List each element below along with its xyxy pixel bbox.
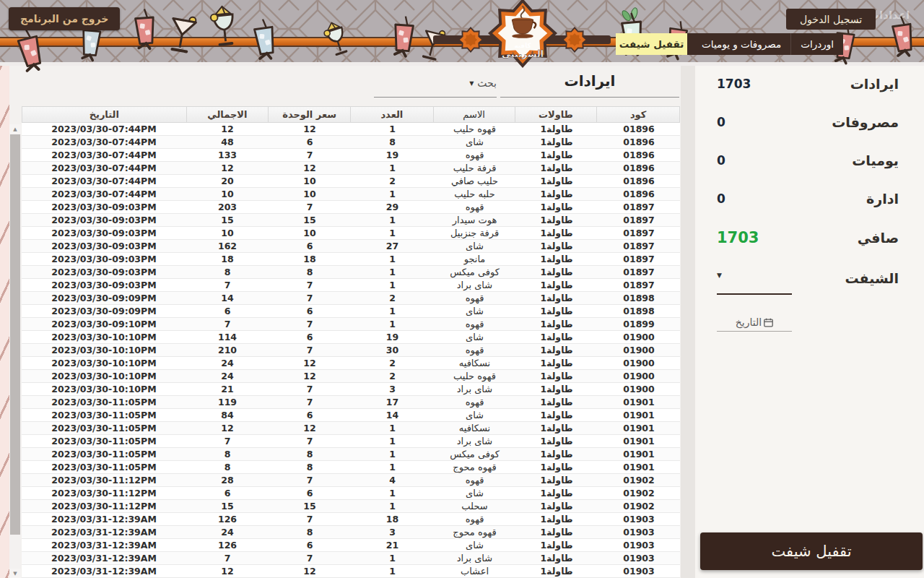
cell-table: طاولة1 xyxy=(515,188,598,200)
scrollbar-thumb[interactable] xyxy=(10,134,20,535)
cell-code: 01898 xyxy=(598,292,680,304)
scroll-up-button[interactable]: ▲ xyxy=(9,124,21,134)
cell-code: 01896 xyxy=(598,149,680,161)
cell-code: 01903 xyxy=(598,552,680,564)
table-row[interactable]: 01896 طاولة1 حلبه حليب 1 10 10 2023/03/3… xyxy=(22,188,680,201)
table-row[interactable]: 01900 طاولة1 شاى براد 3 7 21 2023/03/30-… xyxy=(22,383,680,396)
table-row[interactable]: 01903 طاولة1 اعشاب 1 12 12 2023/03/31-12… xyxy=(22,565,680,578)
drink-glass-icon xyxy=(388,15,419,59)
cell-qty: 1 xyxy=(351,214,434,226)
table-row[interactable]: 01896 طاولة1 قرفة حليب 1 12 12 2023/03/3… xyxy=(22,162,680,175)
table-row[interactable]: 01900 طاولة1 نسكافيه 2 12 24 2023/03/30-… xyxy=(22,357,680,370)
table-row[interactable]: 01897 طاولة1 هوت سيدار 1 15 15 2023/03/3… xyxy=(22,214,680,227)
table-row[interactable]: 01901 طاولة1 كوفى ميكس 1 8 8 2023/03/30-… xyxy=(22,448,680,461)
cell-qty: 1 xyxy=(351,279,434,291)
login-button[interactable]: تسجيل الدخول xyxy=(786,9,876,30)
cell-qty: 17 xyxy=(351,396,434,408)
tab-close-shift[interactable]: تقفيل شيفت xyxy=(616,33,687,55)
revenues-table: كود طاولات الاسم العدد سعر الوحدة الاجما… xyxy=(22,106,680,578)
admin-stat: ادارة 0 xyxy=(717,188,899,210)
revenues-stat: ايرادات 1703 xyxy=(717,73,899,95)
cell-qty: 1 xyxy=(351,461,434,473)
cell-table: طاولة1 xyxy=(515,162,598,174)
col-header-code[interactable]: كود xyxy=(597,107,679,122)
cell-unit: 18 xyxy=(269,253,351,265)
table-row[interactable]: 01901 طاولة1 نسكافيه 1 12 12 2023/03/30-… xyxy=(22,422,680,435)
col-header-unit-price[interactable]: سعر الوحدة xyxy=(269,107,351,122)
shift-select[interactable]: ▼ xyxy=(717,272,792,295)
cell-name: شاى xyxy=(434,305,515,317)
table-row[interactable]: 01897 طاولة1 كوفى ميكس 1 8 8 2023/03/30-… xyxy=(22,266,680,279)
cell-total: 28 xyxy=(186,474,269,486)
col-header-tables[interactable]: طاولات xyxy=(515,107,598,122)
cell-name: قهوه xyxy=(434,396,515,408)
table-row[interactable]: 01896 طاولة1 حليب صافي 2 10 20 2023/03/3… xyxy=(22,175,680,188)
date-picker[interactable]: التاريخ xyxy=(717,314,792,330)
table-row[interactable]: 01897 طاولة1 مانجو 1 18 18 2023/03/30-09… xyxy=(22,253,680,266)
table-row[interactable]: 01900 طاولة1 شاى 19 6 114 2023/03/30-10:… xyxy=(22,331,680,344)
table-row[interactable]: 01902 طاولة1 سحلب 1 15 15 2023/03/30-11:… xyxy=(22,500,680,513)
table-row[interactable]: 01896 طاولة1 شاى 8 6 48 2023/03/30-07:44… xyxy=(22,136,680,149)
cell-unit: 7 xyxy=(269,292,351,304)
cell-table: طاولة1 xyxy=(515,487,598,499)
search-dropdown[interactable]: بحث ▼ xyxy=(374,74,497,92)
col-header-name[interactable]: الاسم xyxy=(434,107,515,122)
table-row[interactable]: 01900 طاولة1 قهوه حليب 2 12 24 2023/03/3… xyxy=(22,370,680,383)
table-row[interactable]: 01896 طاولة1 قهوه حليب 1 12 12 2023/03/3… xyxy=(22,123,680,136)
expenses-value: 0 xyxy=(717,115,725,129)
tab-orders[interactable]: اوردرات xyxy=(791,33,843,55)
table-row[interactable]: 01898 طاولة1 شاى 1 6 6 2023/03/30-09:09P… xyxy=(22,305,680,318)
col-header-total[interactable]: الاجمالي xyxy=(187,107,269,122)
cell-unit: 6 xyxy=(269,331,351,343)
table-row[interactable]: 01901 طاولة1 قهوه 17 7 119 2023/03/30-11… xyxy=(22,396,680,409)
cell-date: 2023/03/30-07:44PM xyxy=(22,162,186,174)
cell-name: هوت سيدار xyxy=(434,214,515,226)
table-scrollbar[interactable]: ▲ ▼ xyxy=(9,124,21,578)
cell-total: 114 xyxy=(186,331,269,343)
table-row[interactable]: 01897 طاولة1 شاى 27 6 162 2023/03/30-09:… xyxy=(22,240,680,253)
table-row[interactable]: 01903 طاولة1 قهوه 18 7 126 2023/03/31-12… xyxy=(22,513,680,526)
cell-unit: 6 xyxy=(269,487,351,499)
cell-total: 15 xyxy=(186,500,269,512)
col-header-qty[interactable]: العدد xyxy=(351,107,434,122)
table-row[interactable]: 01896 طاولة1 قهوه 19 7 133 2023/03/30-07… xyxy=(22,149,680,162)
cell-unit: 6 xyxy=(269,409,351,421)
cell-table: طاولة1 xyxy=(515,214,598,226)
cell-table: طاولة1 xyxy=(515,396,598,408)
cell-name: كوفى ميكس xyxy=(434,448,515,460)
tab-expenses-dailies[interactable]: مصروفات و يوميات xyxy=(692,33,791,55)
table-row[interactable]: 01901 طاولة1 شاى 14 6 84 2023/03/30-11:0… xyxy=(22,409,680,422)
table-row[interactable]: 01898 طاولة1 قهوه 2 7 14 2023/03/30-09:0… xyxy=(22,292,680,305)
table-row[interactable]: 01903 طاولة1 شاى براد 1 7 7 2023/03/31-1… xyxy=(22,552,680,565)
cell-name: شاى xyxy=(434,136,515,148)
cell-date: 2023/03/31-12:39AM xyxy=(22,513,186,525)
table-row[interactable]: 01897 طاولة1 قهوه 29 7 203 2023/03/30-09… xyxy=(22,201,680,214)
table-row[interactable]: 01899 طاولة1 قهوه 1 7 7 2023/03/30-09:10… xyxy=(22,318,680,331)
cell-name: نسكافيه xyxy=(434,422,515,434)
col-header-date[interactable]: التاريخ xyxy=(22,107,187,122)
cell-date: 2023/03/30-11:12PM xyxy=(22,500,186,512)
panel-gap xyxy=(681,66,695,578)
cell-total: 210 xyxy=(186,344,269,356)
table-row[interactable]: 01903 طاولة1 قهوه محوج 3 8 24 2023/03/31… xyxy=(22,526,680,539)
logo-line2: الشربينى xyxy=(502,48,544,59)
table-row[interactable]: 01900 طاولة1 قهوه 30 7 210 2023/03/30-10… xyxy=(22,344,680,357)
cell-code: 01903 xyxy=(598,513,680,525)
shift-underline xyxy=(717,293,792,295)
table-row[interactable]: 01897 طاولة1 شاى براد 1 7 7 2023/03/30-0… xyxy=(22,279,680,292)
cell-total: 119 xyxy=(186,396,269,408)
exit-program-button[interactable]: خروج من البرنامج xyxy=(9,7,120,30)
close-shift-button[interactable]: تقفيل شيفت xyxy=(700,532,923,570)
table-row[interactable]: 01901 طاولة1 قهوه محوج 1 8 8 2023/03/30-… xyxy=(22,461,680,474)
table-row[interactable]: 01903 طاولة1 شاى 21 6 126 2023/03/31-12:… xyxy=(22,539,680,552)
table-row[interactable]: 01902 طاولة1 قهوه 4 7 28 2023/03/30-11:1… xyxy=(22,474,680,487)
logo-line1: كافيه xyxy=(514,42,531,49)
table-row[interactable]: 01897 طاولة1 قرفة جنزبيل 1 10 10 2023/03… xyxy=(22,227,680,240)
table-row[interactable]: 01902 طاولة1 شاى 1 6 6 2023/03/30-11:12P… xyxy=(22,487,680,500)
cell-name: قهوه xyxy=(434,318,515,330)
cell-name: شاى xyxy=(434,409,515,421)
cell-qty: 1 xyxy=(351,162,434,174)
table-row[interactable]: 01901 طاولة1 شاى براد 1 7 7 2023/03/30-1… xyxy=(22,435,680,448)
scroll-down-button[interactable]: ▼ xyxy=(9,569,21,578)
cell-name: شاى براد xyxy=(434,435,515,447)
